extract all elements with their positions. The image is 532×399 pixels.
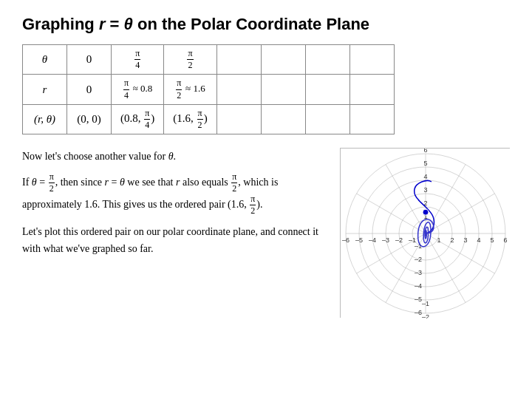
- table-cell: [349, 104, 394, 134]
- svg-text:–4: –4: [415, 282, 422, 290]
- table-row: θ 0 π4 π2: [23, 45, 395, 75]
- svg-text:5: 5: [423, 160, 427, 167]
- svg-text:3: 3: [423, 186, 427, 194]
- table-cell: [216, 45, 261, 75]
- svg-text:–6: –6: [342, 236, 349, 244]
- svg-text:–2: –2: [395, 236, 403, 244]
- svg-text:–4: –4: [369, 236, 376, 244]
- svg-text:–2: –2: [422, 313, 429, 318]
- svg-text:6: 6: [423, 149, 427, 154]
- polar-graph-svg: 6 5 4 3 2 1 –1 –2 –1 –2 –3 –4 –5 –6 6 5 …: [341, 149, 511, 318]
- svg-text:5: 5: [490, 236, 494, 244]
- svg-text:–5: –5: [415, 296, 422, 303]
- text-section: Now let's choose another value for θ. If…: [22, 148, 327, 318]
- content-area: Now let's choose another value for θ. If…: [22, 148, 510, 318]
- svg-text:3: 3: [463, 236, 467, 244]
- svg-text:4: 4: [477, 236, 480, 244]
- table-cell: [305, 45, 349, 75]
- svg-text:–1: –1: [422, 300, 429, 307]
- svg-text:–3: –3: [382, 236, 389, 244]
- data-table: θ 0 π4 π2 r 0 π4 ≈ 0.8 π2 ≈ 1.6: [22, 44, 395, 134]
- table-cell: π2 ≈ 1.6: [164, 75, 216, 104]
- table-cell: π4: [112, 45, 164, 75]
- paragraph-3: Let's plot this ordered pair on our pola…: [22, 223, 327, 257]
- table-cell: [216, 75, 261, 104]
- svg-text:–6: –6: [415, 309, 422, 316]
- table-cell: θ: [23, 45, 67, 75]
- svg-text:–1: –1: [409, 236, 416, 244]
- table-row: (r, θ) (0, 0) (0.8, π4) (1.6, π2): [23, 104, 395, 134]
- svg-text:4: 4: [423, 173, 427, 180]
- svg-point-39: [423, 209, 429, 215]
- table-cell: π2: [164, 45, 216, 75]
- table-cell: π4 ≈ 0.8: [112, 75, 164, 104]
- table-cell: (1.6, π2): [164, 104, 216, 134]
- svg-text:–3: –3: [415, 269, 422, 276]
- table-cell: [349, 45, 394, 75]
- table-cell: [261, 104, 305, 134]
- paragraph-1: Now let's choose another value for θ.: [22, 148, 327, 165]
- table-cell: [216, 104, 261, 134]
- table-cell: [305, 75, 349, 104]
- table-cell: [261, 75, 305, 104]
- svg-text:–2: –2: [415, 256, 422, 263]
- table-cell: 0: [67, 75, 112, 104]
- svg-text:2: 2: [450, 236, 454, 244]
- svg-text:1: 1: [437, 236, 440, 244]
- table-cell: [305, 104, 349, 134]
- table-row: r 0 π4 ≈ 0.8 π2 ≈ 1.6: [23, 75, 395, 104]
- table-cell: (0, 0): [67, 104, 112, 134]
- table-cell: (r, θ): [23, 104, 67, 134]
- table-cell: [349, 75, 394, 104]
- svg-text:–5: –5: [355, 236, 363, 244]
- table-cell: r: [23, 75, 67, 104]
- paragraph-2: If θ = π2, then since r = θ we see that …: [22, 172, 327, 216]
- table-cell: (0.8, π4): [112, 104, 164, 134]
- table-cell: 0: [67, 45, 112, 75]
- svg-text:6: 6: [503, 236, 507, 244]
- polar-graph: 6 5 4 3 2 1 –1 –2 –1 –2 –3 –4 –5 –6 6 5 …: [340, 148, 510, 318]
- table-cell: [261, 45, 305, 75]
- page-title: Graphing r = θ on the Polar Coordinate P…: [22, 15, 510, 34]
